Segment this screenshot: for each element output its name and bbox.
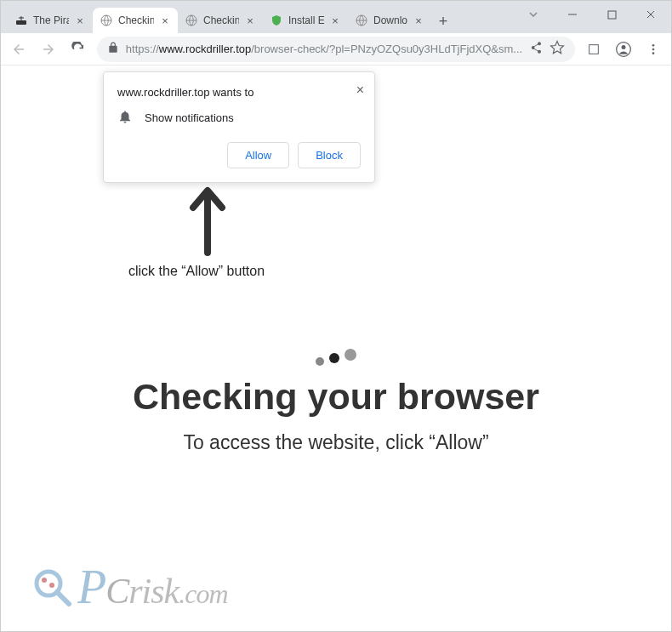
lock-icon — [107, 42, 119, 56]
page-content: × www.rockdriller.top wants to Show noti… — [1, 65, 671, 631]
back-button[interactable] — [8, 37, 31, 61]
magnifier-icon — [31, 567, 72, 607]
svg-point-7 — [621, 45, 625, 49]
minimize-button[interactable] — [561, 6, 584, 23]
svg-rect-5 — [589, 44, 598, 54]
watermark-text: PCrisk.com — [77, 560, 228, 614]
arrow-up-icon — [186, 180, 229, 257]
url-text: https://www.rockdriller.top/browser-chec… — [126, 43, 522, 55]
tab-download[interactable]: Downlo × — [348, 8, 431, 33]
block-button[interactable]: Block — [298, 142, 361, 168]
svg-point-8 — [652, 44, 654, 47]
permission-origin: www.rockdriller.top wants to — [117, 86, 361, 99]
svg-line-14 — [57, 592, 69, 604]
click-hint-text: click the “Allow” button — [128, 264, 265, 279]
toolbar: https://www.rockdriller.top/browser-chec… — [1, 33, 671, 65]
new-tab-button[interactable]: + — [431, 9, 455, 33]
address-bar[interactable]: https://www.rockdriller.top/browser-chec… — [97, 37, 575, 62]
page-subheading: To access the website, click “Allow” — [1, 431, 671, 454]
close-icon[interactable]: × — [244, 14, 256, 27]
svg-point-9 — [652, 48, 654, 50]
svg-rect-1 — [16, 20, 26, 25]
maximize-button[interactable] — [600, 6, 624, 23]
loading-spinner — [316, 350, 356, 366]
notification-permission-prompt: × www.rockdriller.top wants to Show noti… — [103, 71, 375, 183]
shield-icon — [270, 14, 283, 27]
ship-icon — [14, 14, 28, 27]
tab-title: Downlo — [373, 14, 407, 26]
tab-title: The Pira — [33, 14, 69, 26]
svg-point-13 — [49, 583, 54, 588]
tab-install[interactable]: Install E × — [263, 8, 348, 33]
dropdown-icon[interactable] — [521, 6, 545, 23]
tab-the-pirate[interactable]: The Pira × — [8, 8, 93, 33]
tab-title: Install E — [288, 14, 324, 26]
close-icon[interactable]: × — [159, 14, 171, 27]
share-icon[interactable] — [529, 41, 543, 57]
tab-checking-active[interactable]: Checkin × — [93, 8, 178, 33]
close-icon[interactable]: × — [413, 14, 424, 27]
window-controls — [521, 6, 663, 23]
svg-rect-0 — [608, 11, 616, 19]
close-icon[interactable]: × — [356, 83, 364, 98]
reload-button[interactable] — [67, 37, 90, 61]
tab-checking[interactable]: Checkin × — [178, 8, 263, 33]
svg-point-12 — [42, 578, 47, 583]
page-heading: Checking your browser — [1, 376, 671, 418]
bell-icon — [117, 109, 133, 127]
globe-icon — [100, 14, 113, 27]
close-window-button[interactable] — [639, 6, 663, 23]
close-icon[interactable]: × — [74, 14, 86, 27]
tab-title: Checkin — [203, 14, 239, 26]
star-icon[interactable] — [550, 40, 565, 58]
menu-icon[interactable] — [641, 37, 664, 61]
permission-request-text: Show notifications — [145, 111, 234, 124]
close-icon[interactable]: × — [329, 14, 341, 27]
forward-button[interactable] — [37, 37, 60, 61]
globe-icon — [185, 14, 198, 27]
tab-title: Checkin — [118, 14, 154, 26]
pcrisk-watermark: PCrisk.com — [31, 560, 228, 614]
extensions-icon[interactable] — [582, 37, 605, 61]
globe-icon — [355, 14, 368, 27]
allow-button[interactable]: Allow — [227, 142, 289, 168]
profile-icon[interactable] — [612, 37, 635, 61]
svg-point-10 — [652, 52, 654, 54]
